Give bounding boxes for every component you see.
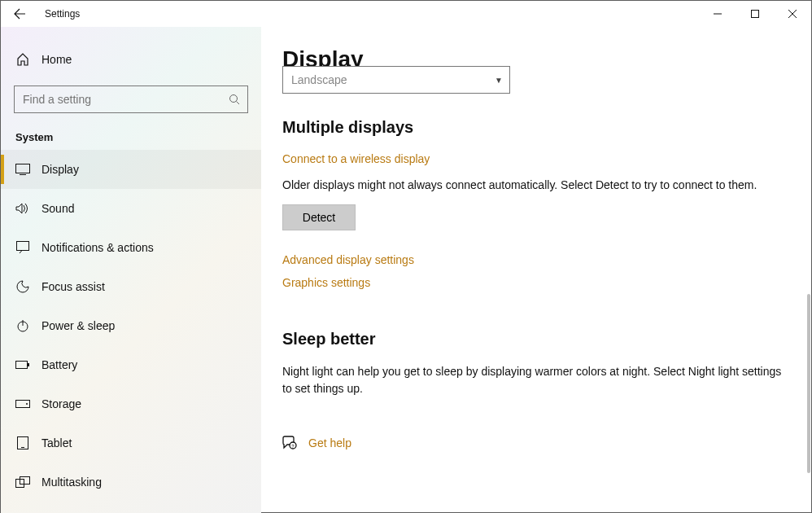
sidebar-item-label: Notifications & actions bbox=[41, 241, 154, 254]
svg-rect-3 bbox=[17, 242, 29, 251]
svg-rect-0 bbox=[752, 11, 759, 18]
detect-button[interactable]: Detect bbox=[282, 204, 356, 230]
sidebar-item-label: Focus assist bbox=[41, 280, 105, 293]
maximize-icon bbox=[751, 10, 759, 18]
display-icon bbox=[15, 164, 30, 175]
orientation-dropdown[interactable]: Landscape ▼ bbox=[282, 66, 510, 94]
multitasking-icon bbox=[15, 476, 30, 488]
sidebar-item-tablet[interactable]: Tablet bbox=[1, 423, 261, 463]
home-icon bbox=[15, 53, 30, 66]
sidebar-item-display[interactable]: Display bbox=[1, 150, 261, 189]
tablet-icon bbox=[15, 436, 30, 449]
sidebar-nav: Display Sound Notifications & actions Fo… bbox=[1, 150, 261, 502]
minimize-icon bbox=[714, 10, 722, 18]
sleep-better-heading: Sleep better bbox=[282, 330, 787, 349]
sidebar: Home System Display Sound Notificat bbox=[1, 27, 261, 513]
main-content: Display Landscape ▼ Multiple displays Co… bbox=[261, 27, 811, 512]
sidebar-item-focus-assist[interactable]: Focus assist bbox=[1, 267, 261, 306]
close-icon bbox=[788, 10, 797, 18]
sleep-better-description: Night light can help you get to sleep by… bbox=[282, 363, 787, 397]
older-displays-text: Older displays might not always connect … bbox=[282, 177, 787, 193]
titlebar: Settings bbox=[1, 1, 811, 27]
home-label: Home bbox=[41, 53, 72, 66]
focus-assist-icon bbox=[15, 280, 30, 293]
svg-point-8 bbox=[26, 403, 28, 405]
maximize-button[interactable] bbox=[736, 1, 774, 27]
svg-rect-2 bbox=[16, 164, 30, 173]
multiple-displays-heading: Multiple displays bbox=[282, 118, 787, 137]
search-input[interactable] bbox=[14, 86, 248, 113]
svg-rect-11 bbox=[20, 477, 30, 484]
home-button[interactable]: Home bbox=[1, 43, 261, 76]
sidebar-item-label: Display bbox=[41, 163, 79, 176]
search-icon bbox=[229, 94, 240, 105]
svg-rect-6 bbox=[28, 363, 29, 366]
sidebar-item-label: Battery bbox=[41, 358, 77, 371]
chevron-down-icon: ▼ bbox=[495, 76, 503, 85]
back-button[interactable] bbox=[1, 1, 38, 27]
sound-icon bbox=[15, 202, 30, 215]
power-icon bbox=[15, 319, 30, 332]
sidebar-item-label: Power & sleep bbox=[41, 319, 115, 332]
advanced-display-settings-link[interactable]: Advanced display settings bbox=[282, 253, 787, 266]
sidebar-item-sound[interactable]: Sound bbox=[1, 189, 261, 228]
sidebar-item-label: Sound bbox=[41, 202, 74, 215]
connect-wireless-display-link[interactable]: Connect to a wireless display bbox=[282, 152, 430, 165]
sidebar-item-notifications[interactable]: Notifications & actions bbox=[1, 228, 261, 267]
settings-window: Settings Home bbox=[0, 0, 812, 513]
notifications-icon bbox=[15, 241, 30, 254]
sidebar-item-label: Multitasking bbox=[41, 476, 102, 489]
sidebar-section-label: System bbox=[15, 131, 261, 143]
minimize-button[interactable] bbox=[699, 1, 736, 27]
sidebar-item-storage[interactable]: Storage bbox=[1, 384, 261, 423]
battery-icon bbox=[15, 360, 30, 370]
get-help-link[interactable]: Get help bbox=[308, 436, 351, 449]
get-help-icon: ? bbox=[282, 436, 297, 450]
sidebar-item-multitasking[interactable]: Multitasking bbox=[1, 463, 261, 502]
search-box[interactable] bbox=[14, 86, 248, 113]
sidebar-item-battery[interactable]: Battery bbox=[1, 345, 261, 384]
svg-rect-5 bbox=[16, 362, 28, 369]
sidebar-item-label: Storage bbox=[41, 397, 81, 410]
window-controls bbox=[699, 1, 811, 27]
scrollbar-thumb[interactable] bbox=[807, 294, 810, 473]
svg-point-1 bbox=[230, 95, 238, 103]
sidebar-item-power-sleep[interactable]: Power & sleep bbox=[1, 306, 261, 345]
window-title: Settings bbox=[45, 8, 80, 20]
back-arrow-icon bbox=[13, 7, 26, 20]
get-help-row[interactable]: ? Get help bbox=[282, 436, 787, 450]
detect-button-label: Detect bbox=[303, 211, 335, 224]
storage-icon bbox=[15, 400, 30, 408]
sidebar-item-label: Tablet bbox=[41, 436, 72, 449]
graphics-settings-link[interactable]: Graphics settings bbox=[282, 276, 787, 289]
orientation-value: Landscape bbox=[291, 73, 347, 86]
close-button[interactable] bbox=[774, 1, 811, 27]
